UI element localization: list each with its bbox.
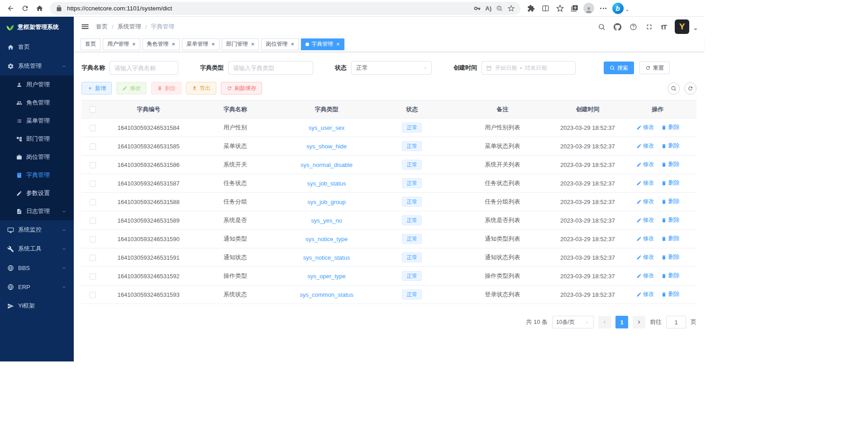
prev-page-button[interactable] (598, 316, 611, 328)
row-delete-button[interactable]: 删除 (661, 142, 679, 150)
row-checkbox[interactable] (90, 199, 96, 205)
export-button[interactable]: 导出 (186, 82, 216, 95)
fullscreen-icon[interactable] (645, 23, 653, 31)
sidebar-item-menu[interactable]: 菜单管理 (0, 112, 74, 130)
row-checkbox[interactable] (90, 273, 96, 280)
sidebar-item-dict[interactable]: 字典管理 (0, 166, 74, 184)
sidebar-item-config[interactable]: 参数设置 (0, 184, 74, 202)
collections-icon[interactable] (568, 1, 581, 15)
sidebar-item-user[interactable]: 用户管理 (0, 76, 74, 94)
breadcrumb-system[interactable]: 系统管理 (118, 23, 141, 31)
sidebar-item-erp[interactable]: ERP (0, 277, 74, 296)
text-size-icon[interactable]: tT (661, 23, 667, 31)
tab-role[interactable]: 角色管理× (143, 38, 180, 50)
reset-button[interactable]: 重置 (639, 62, 670, 74)
tab-user[interactable]: 用户管理× (103, 38, 140, 50)
help-icon[interactable] (630, 23, 637, 31)
sidebar-item-home[interactable]: 首页 (0, 38, 74, 57)
close-icon[interactable]: × (172, 41, 176, 47)
row-delete-button[interactable]: 删除 (661, 124, 679, 131)
sidebar-item-post[interactable]: 岗位管理 (0, 148, 74, 166)
row-checkbox[interactable] (90, 255, 96, 261)
address-bar[interactable]: https://ccnetcore.com:1101/system/dict A… (50, 2, 520, 15)
edit-button[interactable]: 修改 (116, 82, 147, 95)
dict-type-link[interactable]: sys_notice_type (305, 236, 348, 242)
search-icon[interactable] (598, 23, 606, 31)
tab-post[interactable]: 岗位管理× (261, 38, 299, 50)
row-delete-button[interactable]: 删除 (661, 198, 679, 205)
row-checkbox[interactable] (90, 218, 96, 224)
dict-type-link[interactable]: sys_user_sex (309, 124, 344, 131)
dict-type-link[interactable]: sys_yes_no (311, 217, 342, 224)
row-edit-button[interactable]: 修改 (636, 235, 654, 242)
close-icon[interactable]: × (211, 41, 215, 47)
row-edit-button[interactable]: 修改 (636, 216, 654, 224)
row-delete-button[interactable]: 删除 (661, 216, 679, 224)
close-icon[interactable]: × (132, 41, 136, 47)
select-all-checkbox[interactable] (90, 106, 96, 113)
split-screen-icon[interactable] (539, 1, 552, 15)
dict-type-link[interactable]: sys_normal_disable (300, 162, 353, 168)
row-delete-button[interactable]: 删除 (661, 272, 679, 280)
row-edit-button[interactable]: 修改 (636, 272, 654, 280)
row-checkbox[interactable] (90, 125, 96, 131)
tab-dict[interactable]: 字典管理× (301, 38, 344, 50)
dict-name-input[interactable] (110, 61, 178, 75)
dict-type-link[interactable]: sys_show_hide (306, 143, 347, 150)
search-button[interactable]: 搜索 (604, 62, 634, 74)
row-edit-button[interactable]: 修改 (636, 253, 654, 261)
dict-type-link[interactable]: sys_job_group (307, 199, 346, 205)
user-avatar[interactable]: Y (675, 19, 689, 34)
search-toggle-button[interactable] (668, 82, 680, 95)
bing-icon[interactable]: b (611, 1, 625, 15)
dict-type-link[interactable]: sys_notice_status (303, 254, 350, 261)
row-checkbox[interactable] (90, 181, 96, 187)
sidebar-item-tools[interactable]: 系统工具 (0, 239, 74, 258)
sidebar-item-log[interactable]: 日志管理 (0, 202, 74, 220)
tab-home[interactable]: 首页 (81, 38, 100, 50)
add-button[interactable]: 新增 (81, 82, 112, 95)
tab-dept[interactable]: 部门管理× (222, 38, 259, 50)
row-edit-button[interactable]: 修改 (636, 161, 654, 168)
favorites-icon[interactable] (553, 1, 567, 15)
sidebar-toggle[interactable] (81, 22, 90, 31)
row-edit-button[interactable]: 修改 (636, 179, 654, 187)
close-icon[interactable]: × (291, 41, 294, 47)
sidebar-item-dept[interactable]: 部门管理 (0, 130, 74, 148)
back-icon[interactable] (4, 1, 17, 15)
row-checkbox[interactable] (90, 236, 96, 242)
sidebar-item-role[interactable]: 角色管理 (0, 94, 74, 112)
dict-type-link[interactable]: sys_oper_type (307, 273, 346, 280)
refresh-table-button[interactable] (684, 82, 696, 95)
dict-type-input[interactable] (228, 61, 313, 75)
row-delete-button[interactable]: 删除 (661, 161, 679, 168)
goto-page-input[interactable] (666, 316, 686, 328)
page-size-select[interactable]: 10条/页 (552, 316, 594, 328)
read-aloud-icon[interactable]: A) (485, 5, 491, 12)
row-edit-button[interactable]: 修改 (636, 124, 654, 131)
row-delete-button[interactable]: 删除 (661, 179, 679, 187)
app-logo[interactable]: 意框架管理系统 (0, 17, 74, 38)
row-edit-button[interactable]: 修改 (636, 290, 654, 298)
current-page[interactable]: 1 (615, 316, 628, 328)
row-edit-button[interactable]: 修改 (636, 198, 654, 205)
row-delete-button[interactable]: 删除 (661, 253, 679, 261)
row-delete-button[interactable]: 删除 (661, 290, 679, 298)
delete-button[interactable]: 删除 (151, 82, 181, 95)
status-select-value[interactable] (351, 61, 432, 75)
tab-menu[interactable]: 菜单管理× (182, 38, 219, 50)
close-icon[interactable]: × (336, 41, 340, 47)
more-icon[interactable] (596, 1, 610, 15)
favorite-star-icon[interactable] (507, 5, 515, 12)
zoom-out-icon[interactable] (496, 5, 503, 12)
row-delete-button[interactable]: 删除 (661, 235, 679, 242)
close-icon[interactable]: × (251, 41, 255, 47)
dict-type-link[interactable]: sys_common_status (300, 291, 353, 298)
dict-type-link[interactable]: sys_job_status (307, 180, 346, 187)
url-text[interactable]: https://ccnetcore.com:1101/system/dict (67, 5, 469, 12)
row-checkbox[interactable] (90, 143, 96, 150)
status-select[interactable] (351, 61, 432, 75)
extensions-icon[interactable] (524, 1, 538, 15)
row-checkbox[interactable] (90, 162, 96, 168)
profile-avatar[interactable] (582, 1, 596, 15)
